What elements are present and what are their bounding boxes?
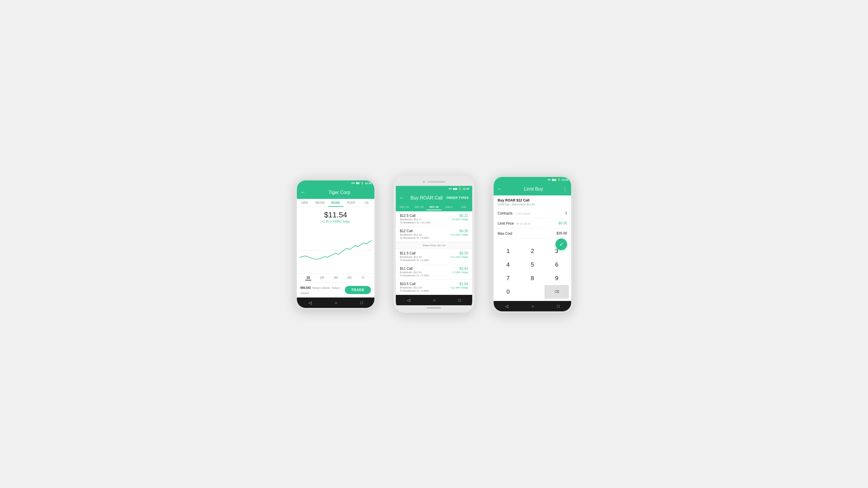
nav-back-3[interactable]: ◁: [505, 304, 508, 308]
option-name-b1: $11 Call: [400, 266, 412, 270]
date-dec22[interactable]: DEC 22: [412, 204, 427, 210]
period-3m[interactable]: 3M: [333, 275, 339, 281]
nav-home-3[interactable]: ○: [531, 304, 534, 308]
date-tabs: DEC 15 DEC 22 DEC 29 JAN 5 JAN: [396, 204, 472, 211]
scene: ▾▾▾ ▮▮▮ 🔋 12:30 ← Tiger Corp GRR MEOW RO…: [283, 164, 585, 325]
num-4[interactable]: 4: [496, 258, 520, 271]
more-options-button[interactable]: ⋮: [562, 186, 568, 192]
app-header-3: ← Limit Buy ⋮: [494, 183, 571, 195]
option-11-call[interactable]: $11 Call $0.81 Breakeven: $12.04 +7.33% …: [396, 264, 472, 280]
option-change-b0: +11.22% Today: [450, 256, 468, 258]
nav-recent-3[interactable]: □: [557, 304, 560, 308]
confirm-button[interactable]: ✓: [556, 238, 567, 250]
num-6[interactable]: 6: [545, 258, 569, 271]
order-subtext: 12/29 Exp · Share Price: $11.54: [494, 203, 571, 208]
num-7[interactable]: 7: [496, 271, 520, 285]
date-jan5[interactable]: JAN 5: [441, 204, 456, 210]
limit-price-value: $0.35: [558, 221, 567, 225]
battery-icon: 🔋: [361, 182, 364, 185]
num-9[interactable]: 9: [545, 271, 569, 285]
back-button-3[interactable]: ←: [497, 186, 502, 192]
date-dec29[interactable]: DEC 29: [427, 204, 441, 210]
period-1m[interactable]: 1M: [319, 275, 325, 281]
nav-recent-2[interactable]: □: [458, 298, 461, 302]
option-detail1-b1: Breakeven: $12.04: [400, 271, 422, 274]
order-types-button[interactable]: ORDER TYPES: [446, 196, 469, 199]
screen-2: ▾▾ ▮▮▮ 🔋 12:30 ← Buy ROAR Call ORDER TYP…: [396, 186, 472, 305]
back-button-1[interactable]: ←: [300, 189, 306, 195]
wifi-icon-2: ▾▾: [449, 187, 452, 190]
option-change-0: +5.00% Today: [452, 218, 468, 221]
wifi-icon: ▾▾▾: [351, 182, 355, 185]
page-title-2: Buy ROAR Call: [407, 195, 446, 201]
period-1y[interactable]: 1Y: [360, 275, 366, 281]
nav-bar-2: ◁ ○ □: [396, 295, 472, 305]
nav-back-1[interactable]: ◁: [308, 300, 312, 305]
num-2[interactable]: 2: [520, 244, 545, 258]
num-5[interactable]: 5: [520, 258, 545, 271]
date-dec15[interactable]: DEC 15: [397, 204, 412, 210]
price-section: $11.54 +2.35 (+3.89%) Today: [297, 207, 374, 224]
num-1[interactable]: 1: [496, 244, 520, 258]
tab-ca[interactable]: CA: [359, 199, 374, 207]
option-12-call[interactable]: $12 Call $0.35 Breakeven: $12.34 +11.29%…: [396, 227, 472, 242]
tab-purr[interactable]: PURR: [343, 199, 359, 207]
trade-button[interactable]: TRADE: [345, 286, 371, 294]
option-10.5-call[interactable]: $10.5 Call $1.04 Breakeven: $11.54 +12.4…: [396, 280, 472, 295]
tab-roar[interactable]: ROAR: [328, 199, 343, 207]
period-6m[interactable]: 6M: [346, 275, 353, 281]
screen-1: ▾▾▾ ▮▮▮ 🔋 12:30 ← Tiger Corp GRR MEOW RO…: [297, 181, 374, 308]
option-name-b2: $10.5 Call: [400, 282, 415, 286]
page-title-3: Limit Buy: [505, 187, 562, 192]
phone-2-notch: [396, 178, 472, 186]
option-name-b0: $11.5 Call: [400, 251, 415, 255]
nav-home-1[interactable]: ○: [335, 300, 337, 305]
volume-info: 666,543 Today's Volume Today's Volume: [300, 285, 345, 295]
chart-area: [297, 224, 374, 273]
num-0[interactable]: 0: [496, 285, 520, 299]
nav-bar-3: ◁ ○ □: [494, 301, 571, 312]
option-11.5-call[interactable]: $11.5 Call $0.55 Breakeven: $12.04 +11.2…: [396, 249, 472, 264]
option-detail2-1: To Breakeven %: +6.98%: [400, 236, 429, 239]
nav-home-2[interactable]: ○: [433, 298, 435, 302]
front-camera: [423, 181, 425, 183]
nav-recent-1[interactable]: □: [361, 300, 363, 305]
option-detail1-b2: Breakeven: $11.54: [400, 286, 422, 289]
checkmark-icon: ✓: [559, 241, 564, 248]
option-detail1-b0: Breakeven: $12.04: [400, 256, 422, 258]
limit-price-hint: $0.34–$0.36: [516, 222, 531, 225]
back-button-2[interactable]: ←: [399, 195, 404, 201]
option-change-b2: +12.45% Today: [450, 286, 468, 289]
option-price-1: $0.35: [460, 229, 468, 233]
limit-price-field: Limit Price $0.34–$0.36 $0.35: [494, 218, 571, 228]
nav-back-2[interactable]: ◁: [407, 298, 410, 302]
option-name-1: $12 Call: [400, 229, 412, 233]
cell-icon-2: ▮▮▮: [453, 187, 457, 190]
backspace-icon: ⌫: [554, 290, 559, 294]
tab-meow[interactable]: MEOW: [312, 199, 328, 207]
contracts-field: Contracts × 100 Shares 1: [494, 208, 571, 218]
date-jan[interactable]: JAN: [456, 204, 471, 210]
status-bar-3: ▾▾ ▮▮▮ 🔋 12:30: [494, 177, 571, 183]
phone-stock-chart: ▾▾▾ ▮▮▮ 🔋 12:30 ← Tiger Corp GRR MEOW RO…: [295, 178, 376, 310]
option-change-b1: +7.33% Today: [452, 271, 468, 274]
numpad-area: ✓ 1 2 3 4 5 6 7 8 9 0 ⌫: [494, 238, 571, 301]
backspace-button[interactable]: ⌫: [545, 285, 569, 299]
status-time-2: 12:30: [463, 187, 469, 190]
option-detail2-b1: To Breakeven %: +2.30%: [400, 274, 429, 277]
battery-icon-3: 🔋: [557, 178, 560, 181]
status-bar-1: ▾▾▾ ▮▮▮ 🔋 12:30: [297, 181, 374, 186]
option-detail2-b2: To Breakeven %: +1.88%: [400, 289, 429, 292]
speaker: [428, 181, 445, 183]
period-1d[interactable]: 1D: [305, 275, 311, 281]
phone-2-bottom: [396, 305, 472, 311]
share-price-divider: Share Price: $11.54: [396, 242, 472, 249]
option-12.5-call[interactable]: $12.5 Call $0.21 Breakeven: $12.71 +5.00…: [396, 211, 472, 227]
tab-grr[interactable]: GRR: [297, 199, 312, 207]
max-cost-label: Max Cost: [498, 232, 513, 236]
option-detail1-1: Breakeven: $12.34: [400, 233, 422, 236]
app-header-2: ← Buy ROAR Call ORDER TYPES: [396, 192, 472, 204]
options-list: $12.5 Call $0.21 Breakeven: $12.71 +5.00…: [396, 211, 472, 295]
cell-icon-3: ▮▮▮: [552, 178, 556, 181]
num-8[interactable]: 8: [520, 271, 545, 285]
